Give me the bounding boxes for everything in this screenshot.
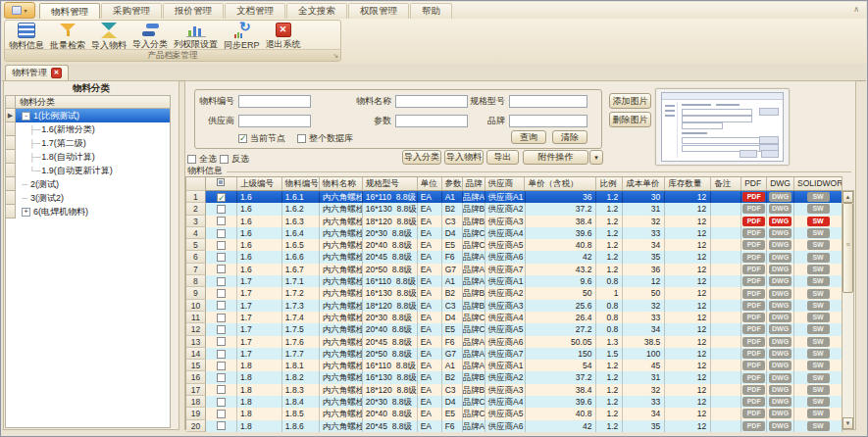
select-all-checkbox[interactable] — [217, 178, 225, 186]
column-header[interactable]: 物料名称 — [320, 177, 363, 191]
dwg-badge[interactable]: DWG — [769, 409, 791, 418]
pdf-badge[interactable]: PDF — [742, 324, 765, 334]
sw-badge[interactable]: SW — [807, 228, 830, 238]
row-checkbox[interactable] — [217, 277, 226, 286]
menu-tab[interactable]: 报价管理 — [163, 3, 224, 19]
pdf-badge[interactable]: PDF — [742, 361, 765, 370]
dwg-badge[interactable]: DWG — [769, 337, 791, 347]
tree-item-body[interactable]: ─3(测试2) — [16, 191, 170, 205]
scroll-down-button[interactable]: ▼ — [842, 417, 853, 429]
pdf-badge[interactable]: PDF — [742, 409, 765, 418]
row-checkbox-cell[interactable] — [206, 323, 237, 335]
row-checkbox[interactable] — [217, 325, 226, 334]
import-material-button[interactable]: 导入物料 — [444, 150, 484, 165]
table-row[interactable]: 71.61.6.7内六角螺栓720*50 8.8级EAG7品牌A供应商A743.… — [186, 264, 842, 275]
tree-item[interactable]: ▶-1(比例测试) — [6, 109, 170, 122]
row-checkbox-cell[interactable] — [206, 275, 237, 287]
pdf-badge[interactable]: PDF — [742, 228, 765, 238]
row-checkbox[interactable] — [217, 410, 226, 418]
pdf-badge[interactable]: PDF — [742, 373, 765, 383]
tree-item[interactable]: +6(电焊机物料) — [6, 205, 170, 218]
document-tab[interactable]: 物料管理 ✕ — [5, 65, 69, 80]
column-header[interactable]: 供应商 — [485, 177, 526, 191]
column-header[interactable]: 库存数量 — [665, 177, 711, 191]
column-header[interactable]: 物料编号 — [282, 177, 320, 191]
column-header[interactable] — [186, 177, 206, 191]
scrollbar-thumb[interactable] — [842, 203, 853, 293]
column-header[interactable]: 备注 — [711, 177, 741, 191]
table-row[interactable]: 91.71.7.2内六角螺栓216*130 8.8级EAB2品牌B供应商A250… — [186, 287, 842, 299]
sw-badge[interactable]: SW — [807, 217, 830, 226]
pdf-badge[interactable]: PDF — [742, 192, 765, 202]
checkbox-current-node[interactable] — [238, 134, 247, 143]
ribbon-button[interactable]: ↻同步ERP — [221, 22, 263, 51]
search-input-1[interactable] — [238, 115, 311, 127]
tree-item[interactable]: ├─1.8(自动计算) — [6, 150, 170, 164]
row-checkbox-cell[interactable] — [206, 251, 237, 263]
table-row[interactable]: 51.61.6.5内六角螺栓520*40 8.8级EAE5品牌C供应商A540.… — [186, 239, 842, 251]
row-checkbox-cell[interactable] — [206, 300, 237, 312]
table-row[interactable]: 21.61.6.2内六角螺栓216*130 8.8级EAB2品牌B供应商A237… — [186, 203, 842, 215]
expand-node-icon[interactable]: + — [22, 208, 30, 217]
tree-item[interactable]: └─1.9(自动更新计算) — [6, 164, 170, 177]
menu-tab[interactable]: 帮助 — [410, 3, 452, 19]
tree-item-body[interactable]: └─1.9(自动更新计算) — [16, 164, 170, 177]
dwg-badge[interactable]: DWG — [769, 192, 791, 202]
pdf-badge[interactable]: PDF — [742, 240, 765, 250]
close-icon[interactable]: ✕ — [51, 68, 62, 78]
menu-tab[interactable]: 采购管理 — [101, 3, 162, 19]
row-checkbox[interactable] — [217, 229, 226, 238]
dwg-badge[interactable]: DWG — [769, 361, 791, 370]
ribbon-button[interactable]: 列权限设置 — [171, 22, 221, 51]
table-row[interactable]: 201.81.8.6内六角螺栓620*45 8.8级EAF6品牌A供应商A642… — [186, 420, 842, 432]
search-input-2[interactable] — [395, 115, 468, 127]
table-row[interactable]: 31.61.6.3内六角螺栓318*120 8.8级EAC3品牌B供应商A338… — [186, 216, 842, 227]
table-row[interactable]: 11.61.6.1内六角螺栓116*110 8.8级EAA1品牌A供应商A136… — [186, 191, 842, 203]
table-row[interactable]: 131.71.7.6内六角螺栓620*45 8.8级EAF6品牌A供应商A650… — [186, 336, 842, 348]
scope-current-node[interactable]: 当前节点 — [238, 132, 285, 145]
sw-badge[interactable]: SW — [807, 324, 830, 334]
row-checkbox[interactable] — [217, 385, 226, 394]
sw-badge[interactable]: SW — [807, 361, 830, 370]
dwg-badge[interactable]: DWG — [769, 204, 791, 214]
sw-badge[interactable]: SW — [807, 337, 830, 347]
search-input-3[interactable] — [509, 115, 587, 127]
sw-badge[interactable]: SW — [807, 409, 830, 418]
search-input-2[interactable] — [395, 95, 468, 108]
row-checkbox[interactable] — [217, 398, 226, 407]
dwg-badge[interactable]: DWG — [769, 373, 791, 383]
dwg-badge[interactable]: DWG — [769, 276, 791, 286]
dwg-badge[interactable]: DWG — [769, 289, 791, 299]
search-input-3[interactable] — [509, 95, 587, 108]
table-row[interactable]: 151.81.8.1内六角螺栓116*110 8.8级EAA1品牌A供应商A15… — [186, 360, 842, 371]
dwg-badge[interactable]: DWG — [769, 217, 791, 226]
row-checkbox[interactable] — [217, 373, 226, 382]
sw-badge[interactable]: SW — [807, 253, 830, 263]
row-checkbox-cell[interactable] — [206, 203, 237, 215]
row-checkbox-cell[interactable] — [206, 264, 237, 275]
tree-item-body[interactable]: ├─1.6(新增分类) — [16, 122, 170, 136]
table-row[interactable]: 121.71.7.5内六角螺栓520*40 8.8级EAE5品牌C供应商A527… — [186, 323, 842, 335]
sw-badge[interactable]: SW — [807, 397, 830, 407]
dwg-badge[interactable]: DWG — [769, 349, 791, 359]
dwg-badge[interactable]: DWG — [769, 397, 791, 407]
pdf-badge[interactable]: PDF — [742, 253, 765, 263]
dwg-badge[interactable]: DWG — [769, 385, 791, 395]
pdf-badge[interactable]: PDF — [742, 276, 765, 286]
row-checkbox-cell[interactable] — [206, 371, 237, 383]
row-checkbox[interactable] — [217, 253, 226, 262]
tree-item[interactable]: ─2(测试) — [6, 177, 170, 191]
tree-item[interactable]: ─3(测试2) — [6, 191, 170, 205]
row-checkbox-cell[interactable] — [206, 360, 237, 371]
tree-item-body[interactable]: -1(比例测试) — [16, 109, 170, 122]
row-checkbox-cell[interactable] — [206, 384, 237, 396]
attachment-dropdown-button[interactable]: ▾ — [589, 150, 603, 165]
ribbon-button[interactable]: 导入分类 — [129, 22, 171, 51]
pdf-badge[interactable]: PDF — [742, 313, 765, 322]
invert-selection-option[interactable]: 反选 — [220, 153, 249, 166]
column-header[interactable]: PDF — [741, 177, 767, 191]
menu-tab[interactable]: 物料管理 — [39, 3, 100, 20]
grid-vertical-scrollbar[interactable]: ▲ ▼ — [842, 190, 854, 430]
scope-whole-database[interactable]: 整个数据库 — [297, 132, 353, 145]
dialog-launcher-icon[interactable]: ↘ — [332, 52, 338, 60]
